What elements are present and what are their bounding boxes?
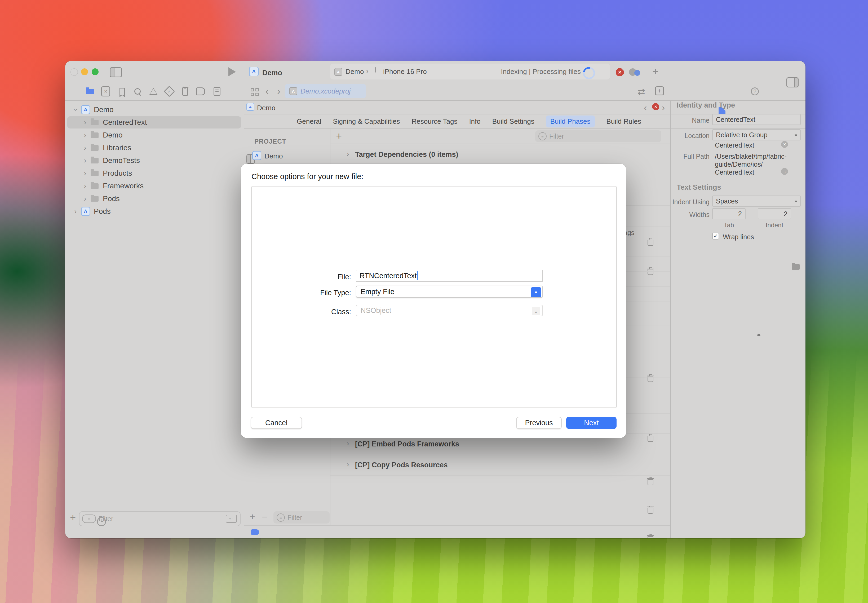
scheme-activity-pill[interactable]: A Demo › iPhone 16 Pro Indexing | Proces… [330, 63, 610, 79]
tab-width-field[interactable]: 2 [712, 208, 746, 220]
class-combobox[interactable]: NSObject ⌄ [356, 305, 543, 316]
issue-next-icon[interactable]: › [662, 102, 665, 113]
inspector-help-tab-icon[interactable]: ? [751, 87, 759, 95]
navigator-toggle-icon[interactable] [110, 67, 122, 77]
disclosure-icon[interactable]: › [81, 118, 89, 127]
choose-folder-icon[interactable] [792, 264, 800, 270]
flags-filter-icon[interactable]: +- [226, 515, 237, 523]
trash-icon[interactable] [647, 506, 654, 514]
trash-icon[interactable] [647, 267, 654, 275]
trash-icon[interactable] [647, 478, 654, 485]
editor-tab-label: Demo.xcodeproj [300, 87, 351, 95]
next-button[interactable]: Next [566, 417, 617, 429]
report-navigator-icon[interactable] [212, 87, 221, 96]
tab-build-settings[interactable]: Build Settings [492, 118, 534, 125]
add-toolbar-icon[interactable]: + [652, 66, 658, 77]
tab-signing[interactable]: Signing & Capabilities [333, 118, 400, 125]
trash-icon[interactable] [647, 434, 654, 442]
project-list-item[interactable]: Demo [265, 152, 283, 160]
navigator-filter-input[interactable]: ≡ Filter +- [79, 511, 241, 526]
breakpoint-navigator-icon[interactable] [196, 87, 205, 96]
tree-item-products[interactable]: › Products [65, 167, 244, 179]
tab-general[interactable]: General [297, 118, 322, 125]
tree-item-pods-project[interactable]: › A Pods [65, 205, 244, 218]
debug-navigator-icon[interactable] [181, 87, 190, 96]
disclosure-icon[interactable]: › [81, 195, 89, 203]
tab-width-stepper[interactable] [757, 332, 761, 338]
dependencies-row-label[interactable]: Target Dependencies (0 items) [355, 150, 458, 159]
tree-label: Demo [94, 105, 114, 114]
indent-using-popup[interactable]: Spaces [712, 196, 801, 207]
disclosure-icon[interactable]: › [71, 106, 80, 114]
disclosure-icon[interactable]: › [81, 182, 89, 190]
search-navigator-icon[interactable] [133, 87, 142, 96]
remove-target-icon[interactable]: − [262, 511, 267, 523]
clear-location-icon[interactable]: ✕ [781, 141, 788, 148]
scheme-name[interactable]: Demo [345, 68, 364, 76]
tree-item-demo-folder[interactable]: › Demo [65, 129, 244, 141]
zoom-button[interactable] [92, 68, 99, 75]
scheme-destination[interactable]: iPhone 16 Pro [383, 68, 427, 76]
swap-editor-icon[interactable]: ⇄ [637, 87, 645, 97]
back-icon[interactable]: ‹ [266, 86, 269, 97]
project-navigator-icon[interactable] [85, 87, 94, 96]
add-file-icon[interactable]: + [70, 512, 76, 523]
disclosure-icon[interactable]: › [81, 156, 89, 165]
phases-filter-input[interactable]: ≡ Filter [535, 130, 661, 142]
name-field[interactable]: CenteredText [712, 114, 801, 125]
issue-prev-icon[interactable]: ‹ [644, 102, 647, 113]
disclosure-icon[interactable]: › [344, 461, 352, 468]
trash-icon[interactable] [647, 374, 654, 382]
tree-item-frameworks[interactable]: › Frameworks [65, 179, 244, 192]
editor-layout-icon[interactable] [251, 88, 259, 96]
breadcrumb[interactable]: Demo [257, 104, 275, 112]
indent-width-field[interactable]: 2 [758, 208, 791, 220]
wrap-lines-checkbox[interactable]: ✓ [712, 233, 719, 240]
cloud-status-icon[interactable] [629, 68, 642, 76]
tree-item-demo-project[interactable]: › A Demo [65, 103, 244, 116]
minimize-button[interactable] [81, 68, 88, 75]
phase-row-label[interactable]: [CP] Copy Pods Resources [355, 461, 448, 469]
tree-item-libraries[interactable]: › Libraries [65, 141, 244, 154]
open-path-arrow-icon[interactable]: → [781, 168, 788, 175]
file-type-popup[interactable]: Empty File [356, 286, 543, 298]
source-control-navigator-icon[interactable]: ✕ [101, 87, 110, 96]
file-name-input[interactable]: RTNCenteredText [356, 270, 543, 282]
disclosure-icon[interactable]: › [344, 150, 352, 158]
recents-filter-icon[interactable] [97, 517, 106, 526]
tab-resource-tags[interactable]: Resource Tags [412, 118, 457, 125]
tree-item-centeredtext[interactable]: › CenteredText [65, 116, 244, 129]
location-popup[interactable]: Relative to Group [712, 129, 801, 141]
test-navigator-icon[interactable]: ✓ [165, 87, 174, 96]
run-button[interactable] [228, 67, 236, 76]
issue-navigator-icon[interactable] [149, 87, 158, 96]
disclosure-icon[interactable]: › [81, 144, 89, 152]
disclosure-icon[interactable]: › [71, 207, 79, 216]
forward-icon[interactable]: › [277, 86, 280, 97]
disclosure-icon[interactable]: › [344, 439, 352, 448]
cancel-button[interactable]: Cancel [251, 417, 302, 429]
add-phase-icon[interactable]: + [336, 130, 342, 142]
previous-button[interactable]: Previous [516, 417, 562, 429]
filter-bar-tag-icon[interactable] [251, 529, 259, 535]
inspector-toggle-icon[interactable] [786, 77, 798, 87]
phase-row-label[interactable]: [CP] Embed Pods Frameworks [355, 440, 459, 448]
tab-build-phases[interactable]: Build Phases [546, 116, 595, 127]
error-badge-icon[interactable]: ✕ [616, 68, 624, 76]
disclosure-icon[interactable]: › [81, 169, 89, 178]
tab-build-rules[interactable]: Build Rules [607, 118, 642, 125]
tree-item-pods-folder[interactable]: › Pods [65, 192, 244, 205]
trash-icon[interactable] [647, 534, 654, 538]
filter-scope-icon[interactable]: ≡ [82, 515, 96, 523]
disclosure-icon[interactable]: › [81, 131, 89, 139]
targets-filter-input[interactable]: ≡ Filter [274, 511, 330, 524]
tab-info[interactable]: Info [469, 118, 480, 125]
editor-tab[interactable]: A Demo.xcodeproj [285, 84, 366, 98]
breadcrumb-error-icon[interactable]: ✕ [652, 103, 659, 110]
bookmark-navigator-icon[interactable] [118, 87, 127, 96]
tree-item-demotests[interactable]: › DemoTests [65, 154, 244, 167]
add-target-icon[interactable]: + [249, 511, 255, 523]
add-editor-icon[interactable]: + [655, 87, 664, 95]
window-title: Demo [262, 69, 282, 77]
close-button[interactable] [71, 68, 78, 76]
